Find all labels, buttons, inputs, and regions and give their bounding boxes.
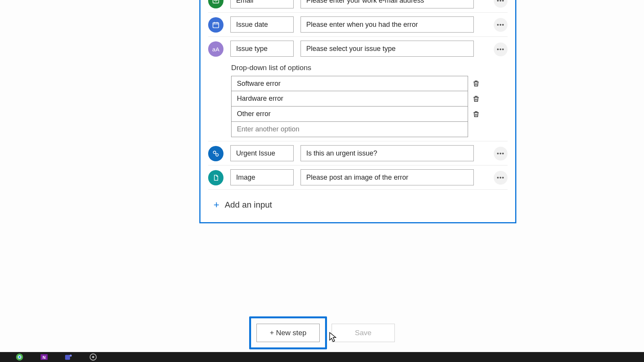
more-button-email[interactable]: ••• [494,0,508,8]
add-input-button[interactable]: + Add an input [208,190,508,218]
dropdown-options-label: Drop-down list of options [231,64,508,72]
svg-point-12 [92,356,94,358]
app-icon[interactable] [87,353,99,361]
taskbar: N [0,352,644,362]
highlight-frame: + New step [249,316,327,349]
option-row [231,76,484,91]
input-name-date[interactable]: Issue date [230,16,294,33]
delete-option-1[interactable] [468,91,484,106]
save-button[interactable]: Save [332,324,395,342]
more-button-image[interactable]: ••• [494,171,508,185]
option-row [231,91,484,106]
input-row-email: Email Please enter your work e-mail addr… [208,0,508,13]
svg-rect-9 [65,355,70,360]
input-desc-urgent[interactable]: Is this an urgent issue? [301,145,474,161]
plus-icon: + [214,199,219,211]
more-button-type[interactable]: ••• [494,43,508,56]
input-desc-image[interactable]: Please post an image of the error [301,169,474,185]
input-row-date: Issue date Please enter when you had the… [208,13,508,37]
input-name-type[interactable]: Issue type [230,41,294,57]
add-input-label: Add an input [225,200,272,210]
option-row [231,122,484,137]
input-desc-date[interactable]: Please enter when you had the error [301,16,474,33]
toggle-icon [208,146,223,161]
svg-point-2 [213,151,216,154]
option-input-1[interactable] [231,91,468,106]
more-button-urgent[interactable]: ••• [494,147,508,161]
new-step-button[interactable]: + New step [256,324,320,342]
input-name-urgent[interactable]: Urgent Issue [230,145,294,161]
option-input-0[interactable] [231,76,468,91]
svg-point-3 [216,154,219,156]
trigger-card: Email Please enter your work e-mail addr… [199,0,516,223]
chrome-icon[interactable] [14,353,25,361]
input-name-email[interactable]: Email [230,0,294,8]
teams-icon[interactable] [63,353,74,361]
email-icon [208,0,223,8]
svg-point-10 [70,355,72,357]
svg-rect-1 [213,23,219,28]
input-desc-email[interactable]: Please enter your work e-mail address [301,0,474,8]
calendar-icon [208,17,223,33]
action-buttons: + New step Save [0,316,644,349]
svg-point-6 [18,356,21,358]
text-icon: aA [208,41,223,57]
svg-text:N: N [43,355,46,360]
svg-rect-0 [213,0,219,3]
option-row [231,106,484,122]
delete-option-2[interactable] [468,106,484,122]
more-button-date[interactable]: ••• [494,18,508,32]
option-input-2[interactable] [231,106,468,122]
dropdown-options-list [231,76,484,137]
input-row-urgent: Urgent Issue Is this an urgent issue? ••… [208,141,508,165]
file-icon [208,170,223,185]
input-desc-type[interactable]: Please select your issue type [301,41,474,57]
input-row-image: Image Please post an image of the error … [208,165,508,190]
onenote-icon[interactable]: N [38,353,50,361]
option-input-new[interactable] [231,122,468,137]
input-row-type: aA Issue type Please select your issue t… [208,37,508,141]
delete-option-0[interactable] [468,76,484,91]
input-name-image[interactable]: Image [230,169,294,185]
